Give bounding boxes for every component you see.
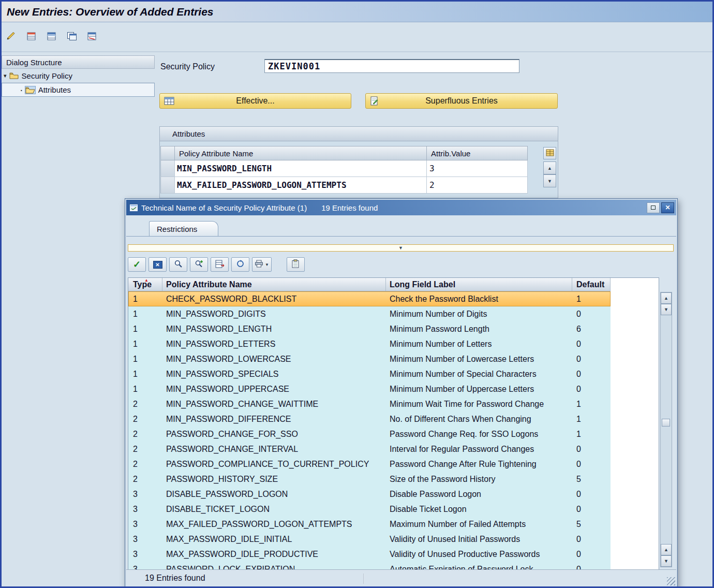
row-selector[interactable]	[160, 160, 175, 177]
hit-list-cell[interactable]: 2	[128, 442, 162, 457]
select-all-button[interactable]	[44, 31, 59, 44]
search-criteria-collapsed-strip[interactable]: ▼	[128, 244, 674, 252]
scroll-up-button[interactable]: ▲	[661, 292, 672, 304]
scrollbar-thumb[interactable]	[662, 419, 670, 427]
table-settings-button[interactable]	[543, 147, 556, 159]
hit-list-cell[interactable]: 1	[128, 381, 162, 396]
hit-list-cell[interactable]: MIN_PASSWORD_LOWERCASE	[162, 351, 386, 366]
hit-list-cell[interactable]: Minimum Number of Uppercase Letters	[386, 381, 572, 396]
tree-item-attributes[interactable]: · Attributes	[2, 83, 155, 97]
insert-line-button[interactable]	[24, 31, 39, 44]
hit-list-cell[interactable]: 0	[572, 366, 611, 381]
hit-list-row[interactable]: 2PASSWORD_CHANGE_FOR_SSOPassword Change …	[128, 427, 611, 442]
hit-list-cell[interactable]: Check the Password Blacklist	[386, 291, 572, 306]
hit-list-cell[interactable]: 1	[128, 321, 162, 336]
column-header-long-field-label[interactable]: Long Field Label	[386, 278, 572, 291]
hit-list-row[interactable]: 2PASSWORD_CHANGE_INTERVALInterval for Re…	[128, 442, 611, 457]
find-button[interactable]	[169, 257, 187, 272]
hit-list-row[interactable]: 2MIN_PASSWORD_CHANGE_WAITTIMEMinimum Wai…	[128, 396, 611, 411]
hit-list-cell[interactable]: CHECK_PASSWORD_BLACKLIST	[162, 291, 386, 306]
hit-list-cell[interactable]: 6	[572, 321, 611, 336]
dialog-titlebar[interactable]: Technical Name of a Security Policy Attr…	[126, 200, 676, 215]
hit-list-cell[interactable]: Disable Password Logon	[386, 487, 572, 502]
attributes-row[interactable]: MAX_FAILED_PASSWORD_LOGON_ATTEMPTS2	[160, 177, 528, 194]
effective-button[interactable]: Effective...	[159, 93, 351, 109]
copy-line-button[interactable]	[65, 31, 79, 44]
hit-list-cell[interactable]: 2	[128, 472, 162, 487]
hit-list-cell[interactable]: 0	[572, 306, 611, 321]
security-policy-input[interactable]: ZKEVIN001	[264, 59, 519, 73]
hit-list-cell[interactable]: 0	[572, 457, 611, 472]
close-button[interactable]: ✕	[661, 202, 674, 213]
column-header-type[interactable]: Type ▲	[128, 278, 162, 291]
column-header-attrib-value[interactable]: Attrib.Value	[427, 146, 528, 160]
hit-list-row[interactable]: 2PASSWORD_HISTORY_SIZESize of the Passwo…	[128, 472, 611, 487]
scroll-down-button[interactable]: ▼	[543, 174, 556, 187]
scroll-page-up-button[interactable]: ▲	[661, 544, 672, 555]
hit-list-cell[interactable]: 0	[572, 442, 611, 457]
hit-list-cell[interactable]: MIN_PASSWORD_LETTERS	[162, 336, 386, 351]
hit-list-cell[interactable]: 2	[128, 411, 162, 427]
hit-list-cell[interactable]: 1	[128, 351, 162, 366]
hit-list-row[interactable]: 1MIN_PASSWORD_LETTERSMinimum Number of L…	[128, 336, 611, 351]
delete-line-button[interactable]	[85, 31, 99, 44]
hit-list-cell[interactable]: Minimum Number of Lowercase Letters	[386, 351, 572, 366]
expand-criteria-icon[interactable]: ▼	[398, 246, 403, 251]
hit-list-row[interactable]: 3MAX_PASSWORD_IDLE_PRODUCTIVEValidity of…	[128, 547, 611, 562]
hit-list-cell[interactable]: 0	[572, 381, 611, 396]
hit-list-cell[interactable]: 0	[572, 562, 611, 570]
hit-list-cell[interactable]: PASSWORD_LOCK_EXPIRATION	[162, 562, 386, 570]
hit-list-cell[interactable]: 1	[572, 396, 611, 411]
hit-list-cell[interactable]: PASSWORD_HISTORY_SIZE	[162, 472, 386, 487]
superfluous-entries-button[interactable]: Superfluous Entries	[365, 93, 558, 109]
hit-list-cell[interactable]: Minimum Password Length	[386, 321, 572, 336]
hit-list-row[interactable]: 1CHECK_PASSWORD_BLACKLISTCheck the Passw…	[128, 291, 611, 306]
attributes-scrollbar[interactable]: ▲ ▼	[543, 161, 556, 187]
hit-list-row[interactable]: 1MIN_PASSWORD_UPPERCASEMinimum Number of…	[128, 381, 611, 396]
hit-list-cell[interactable]: MAX_FAILED_PASSWORD_LOGON_ATTEMPTS	[162, 517, 386, 532]
attribute-value-cell[interactable]: 2	[427, 177, 528, 194]
tab-restrictions[interactable]: Restrictions	[149, 221, 218, 236]
hit-list-cell[interactable]: 0	[572, 336, 611, 351]
hit-list-row[interactable]: 2PASSWORD_COMPLIANCE_TO_CURRENT_POLICYPa…	[128, 457, 611, 472]
hit-list-cell[interactable]: 1	[128, 306, 162, 321]
hit-list-cell[interactable]: 0	[572, 547, 611, 562]
hit-list-row[interactable]: 3PASSWORD_LOCK_EXPIRATIONAutomatic Expir…	[128, 562, 611, 570]
hit-list-cell[interactable]: Password Change Req. for SSO Logons	[386, 427, 572, 442]
hit-list-cell[interactable]: DISABLE_TICKET_LOGON	[162, 502, 386, 517]
column-header-default[interactable]: Default	[572, 278, 611, 291]
hit-list-cell[interactable]: MIN_PASSWORD_DIFFERENCE	[162, 411, 386, 427]
hit-list-cell[interactable]: Disable Ticket Logon	[386, 502, 572, 517]
hit-list-cell[interactable]: 5	[572, 472, 611, 487]
resize-grip[interactable]	[667, 577, 675, 585]
hit-list-cell[interactable]: MAX_PASSWORD_IDLE_INITIAL	[162, 532, 386, 547]
cancel-button[interactable]: ✕	[148, 257, 167, 272]
column-header-policy-attribute-name[interactable]: Policy Attribute Name	[175, 146, 427, 160]
attribute-name-cell[interactable]: MIN_PASSWORD_LENGTH	[175, 160, 427, 177]
scrollbar-track[interactable]	[661, 315, 672, 544]
hit-list-cell[interactable]: 3	[128, 502, 162, 517]
hit-list-cell[interactable]: Maximum Number of Failed Attempts	[386, 517, 572, 532]
hit-list-cell[interactable]: PASSWORD_COMPLIANCE_TO_CURRENT_POLICY	[162, 457, 386, 472]
hit-list-cell[interactable]: DISABLE_PASSWORD_LOGON	[162, 487, 386, 502]
hit-list-cell[interactable]: 3	[128, 562, 162, 570]
hit-list-cell[interactable]: 0	[572, 351, 611, 366]
hit-list-row[interactable]: 1MIN_PASSWORD_DIGITSMinimum Number of Di…	[128, 306, 611, 321]
hit-list-cell[interactable]: 0	[572, 487, 611, 502]
hit-list-cell[interactable]: 5	[572, 517, 611, 532]
find-next-button[interactable]	[190, 257, 208, 272]
hit-list-cell[interactable]: 1	[128, 366, 162, 381]
hit-list-cell[interactable]: PASSWORD_CHANGE_INTERVAL	[162, 442, 386, 457]
hit-list-cell[interactable]: MIN_PASSWORD_UPPERCASE	[162, 381, 386, 396]
hit-list-row[interactable]: 1MIN_PASSWORD_SPECIALSMinimum Number of …	[128, 366, 611, 381]
hit-list-cell[interactable]: 1	[128, 291, 162, 306]
hit-list-cell[interactable]: 3	[128, 547, 162, 562]
hit-list-row[interactable]: 3DISABLE_PASSWORD_LOGONDisable Password …	[128, 487, 611, 502]
hit-list-cell[interactable]: 0	[572, 502, 611, 517]
hit-list-cell[interactable]: 3	[128, 517, 162, 532]
attributes-row[interactable]: MIN_PASSWORD_LENGTH3	[160, 160, 528, 177]
hit-list-cell[interactable]: 1	[572, 411, 611, 427]
hit-list-row[interactable]: 2MIN_PASSWORD_DIFFERENCENo. of Different…	[128, 411, 611, 427]
hit-list-cell[interactable]: 1	[572, 427, 611, 442]
hit-list-cell[interactable]: 3	[128, 532, 162, 547]
